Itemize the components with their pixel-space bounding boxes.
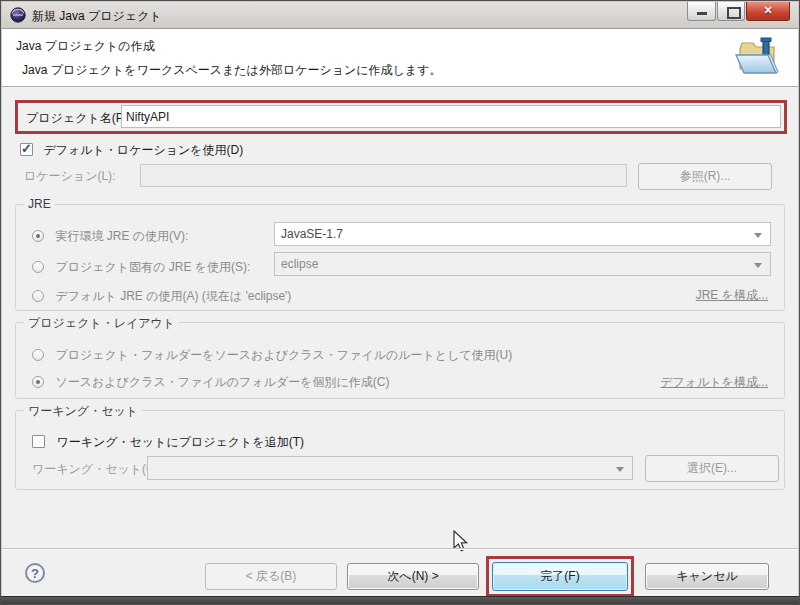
- add-working-set-row[interactable]: ワーキング・セットにプロジェクトを追加(T): [32, 432, 304, 451]
- working-set-group: ワーキング・セット ワーキング・セットにプロジェクトを追加(T) ワーキング・セ…: [15, 410, 785, 490]
- environment-jre-value: JavaSE-1.7: [281, 227, 343, 241]
- project-layout-group: プロジェクト・レイアウト プロジェクト・フォルダーをソースおよびクラス・ファイル…: [15, 322, 785, 399]
- window-bottom-frame: [1, 596, 799, 604]
- jre-option-project-specific[interactable]: プロジェクト固有の JRE を使用(S):: [32, 257, 250, 276]
- help-icon: ?: [31, 566, 39, 581]
- working-set-label: ワーキング・セット(O):: [32, 461, 163, 478]
- next-button[interactable]: 次へ(N) >: [347, 563, 479, 590]
- project-jre-select: eclipse: [274, 252, 771, 276]
- jre-option-default[interactable]: デフォルト JRE の使用(A) (現在は 'eclipse'): [32, 286, 291, 305]
- project-name-label: プロジェクト名(P):: [26, 110, 131, 127]
- default-location-label: デフォルト・ロケーションを使用(D): [43, 143, 243, 157]
- add-working-set-label: ワーキング・セットにプロジェクトを追加(T): [56, 435, 304, 449]
- single-root-radio[interactable]: [32, 349, 44, 361]
- help-button[interactable]: ?: [25, 563, 45, 583]
- wizard-header: Java プロジェクトの作成 Java プロジェクトをワークスペースまたは外部ロ…: [2, 29, 798, 87]
- project-name-input[interactable]: [121, 105, 781, 128]
- new-java-project-icon: [730, 35, 786, 83]
- maximize-button[interactable]: [717, 2, 745, 21]
- default-jre-label: デフォルト JRE の使用(A) (現在は 'eclipse'): [55, 289, 291, 303]
- minimize-button[interactable]: [687, 2, 716, 21]
- default-location-checkbox[interactable]: [20, 143, 33, 156]
- location-input: [140, 164, 627, 187]
- window-controls: [686, 2, 790, 21]
- location-row: ロケーション(L): 参照(R)...: [2, 163, 798, 189]
- window-title: 新規 Java プロジェクト: [32, 8, 162, 25]
- new-java-project-dialog: 新規 Java プロジェクト Java プロジェクトの作成 Java プロジェク…: [0, 0, 800, 605]
- working-set-select: [147, 456, 633, 480]
- project-name-row: プロジェクト名(P):: [15, 100, 787, 134]
- close-button[interactable]: [746, 2, 790, 21]
- jre-group: JRE 実行環境 JRE の使用(V): JavaSE-1.7 プロジェクト固有…: [15, 204, 785, 311]
- environment-jre-label: 実行環境 JRE の使用(V):: [55, 229, 188, 243]
- environment-jre-radio[interactable]: [32, 230, 44, 242]
- project-layout-group-label: プロジェクト・レイアウト: [24, 315, 179, 332]
- location-label: ロケーション(L):: [24, 168, 115, 185]
- footer-separator-highlight: [2, 549, 798, 550]
- mouse-cursor: [451, 530, 469, 554]
- dialog-body: プロジェクト名(P): デフォルト・ロケーションを使用(D) ロケーション(L)…: [2, 87, 798, 596]
- project-jre-radio[interactable]: [32, 261, 44, 273]
- separate-folders-label: ソースおよびクラス・ファイルのフォルダーを個別に作成(C): [55, 375, 389, 389]
- default-location-row[interactable]: デフォルト・ロケーションを使用(D): [20, 140, 243, 159]
- separate-folders-radio[interactable]: [32, 376, 44, 388]
- project-jre-value: eclipse: [281, 257, 318, 271]
- environment-jre-select[interactable]: JavaSE-1.7: [274, 222, 771, 246]
- jre-group-label: JRE: [24, 197, 55, 211]
- browse-button: 参照(R)...: [638, 163, 772, 190]
- select-working-set-button: 選択(E)...: [645, 455, 779, 482]
- configure-defaults-link[interactable]: デフォルトを構成...: [660, 374, 768, 391]
- default-jre-radio[interactable]: [32, 290, 44, 302]
- eclipse-icon: [10, 7, 26, 23]
- layout-option-single-root[interactable]: プロジェクト・フォルダーをソースおよびクラス・ファイルのルートとして使用(U): [32, 345, 512, 364]
- jre-option-environment[interactable]: 実行環境 JRE の使用(V):: [32, 226, 188, 245]
- page-description: Java プロジェクトをワークスペースまたは外部ロケーションに作成します。: [22, 62, 441, 79]
- page-title: Java プロジェクトの作成: [16, 38, 155, 55]
- title-bar[interactable]: 新規 Java プロジェクト: [2, 2, 798, 29]
- project-jre-label: プロジェクト固有の JRE を使用(S):: [55, 260, 250, 274]
- back-button: < 戻る(B): [205, 563, 337, 590]
- cancel-button[interactable]: キャンセル: [645, 563, 769, 590]
- configure-jre-link[interactable]: JRE を構成...: [696, 287, 768, 304]
- layout-option-separate-folders[interactable]: ソースおよびクラス・ファイルのフォルダーを個別に作成(C): [32, 372, 389, 391]
- add-working-set-checkbox[interactable]: [32, 435, 45, 448]
- working-set-group-label: ワーキング・セット: [24, 403, 142, 420]
- single-root-label: プロジェクト・フォルダーをソースおよびクラス・ファイルのルートとして使用(U): [55, 348, 512, 362]
- finish-button[interactable]: 完了(F): [492, 562, 628, 591]
